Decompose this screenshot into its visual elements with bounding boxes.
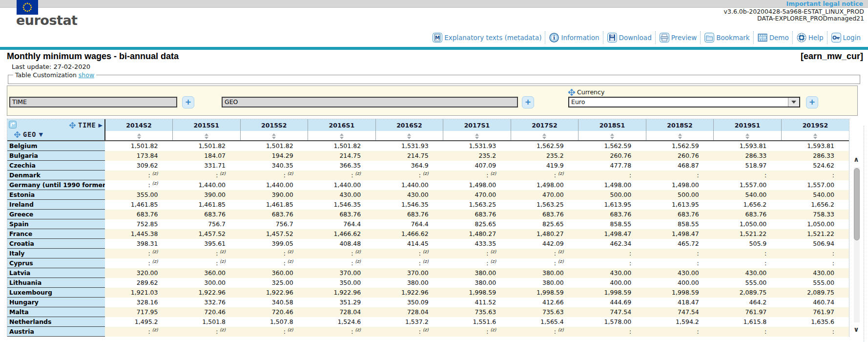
currency-select[interactable]: Euro	[568, 97, 800, 107]
data-cell: : (z)	[308, 258, 376, 268]
data-cell: 683.76	[105, 210, 173, 219]
move-icon[interactable]	[568, 89, 575, 96]
data-cell: 1,922.96	[173, 288, 241, 298]
demo-button[interactable]: Demo	[753, 31, 792, 44]
data-cell: 1,498.00	[511, 180, 579, 190]
sort-control-2015S2[interactable]	[240, 131, 308, 141]
table-row: Croatia398.31395.61399.05408.48414.45433…	[7, 239, 849, 249]
preview-button[interactable]: Preview	[655, 31, 701, 44]
data-cell: 2,089.75	[781, 288, 849, 298]
title-row: Monthly minimum wages - bi-annual data […	[0, 50, 868, 62]
column-header-row: TIME ▶ GEO ▼	[7, 119, 849, 131]
row-header: Spain	[7, 219, 105, 229]
select-dropdown-arrow-icon[interactable]	[788, 98, 799, 107]
column-header-2015S2[interactable]: 2015S2	[240, 119, 308, 131]
show-link[interactable]: show	[79, 71, 94, 79]
table-row: Cyprus: (z): (z): (z): (z): (z): (z): (z…	[7, 258, 849, 268]
sort-control-2016S1[interactable]	[308, 131, 376, 141]
geo-add-button[interactable]: +	[522, 96, 534, 108]
data-cell: 360.00	[173, 268, 241, 278]
data-cell: 430.00	[714, 268, 782, 278]
scroll-down-arrow[interactable]: ∨	[851, 325, 861, 333]
not-applicable-flag: (z)	[288, 327, 293, 332]
data-cell: 390.00	[173, 190, 241, 200]
data-cell: : (z)	[443, 171, 511, 180]
column-header-2016S2[interactable]: 2016S2	[375, 119, 443, 131]
column-header-2016S1[interactable]: 2016S1	[308, 119, 376, 131]
data-cell: : (z)	[375, 327, 443, 337]
data-cell: 683.76	[579, 210, 646, 219]
geo-axis-header[interactable]: GEO ▼	[7, 129, 104, 138]
chevron-right-icon[interactable]: ▶	[99, 122, 103, 128]
sort-control-2014S2[interactable]	[105, 131, 173, 141]
data-cell: 1,562.59	[579, 141, 646, 151]
data-cell: 756.7	[240, 219, 308, 229]
time-axis-header[interactable]: TIME ▶	[7, 119, 104, 129]
data-cell: : (z)	[240, 249, 308, 258]
data-cell: 1,457.52	[173, 229, 241, 239]
scrollbar-thumb[interactable]	[854, 168, 860, 240]
chevron-down-icon[interactable]: ▼	[39, 131, 42, 138]
move-icon[interactable]	[69, 122, 76, 128]
data-cell: 1,593.81	[714, 141, 782, 151]
row-header: Malta	[7, 307, 105, 317]
data-cell: 1,501.82	[308, 141, 376, 151]
column-header-2015S1[interactable]: 2015S1	[173, 119, 241, 131]
data-cell: 506.94	[781, 239, 849, 249]
column-header-2014S2[interactable]: 2014S2	[105, 119, 173, 131]
legal-notice-link[interactable]: Important legal notice	[786, 0, 863, 7]
data-cell: 1,998.59	[646, 288, 714, 298]
move-icon[interactable]	[14, 131, 21, 138]
data-cell: 1,998.59	[511, 288, 579, 298]
sort-control-2018S1[interactable]	[579, 131, 646, 141]
row-header: France	[7, 229, 105, 239]
table-row: Lithuania289.62300.00325.00350.00380.003…	[7, 278, 849, 288]
not-applicable-flag: (z)	[423, 259, 429, 264]
sort-control-2019S2[interactable]	[781, 131, 849, 141]
sort-control-2019S1[interactable]	[714, 131, 782, 141]
sort-control-2017S2[interactable]	[511, 131, 579, 141]
data-cell: 1,557.00	[781, 180, 849, 190]
data-cell: 214.75	[308, 151, 376, 161]
column-header-2018S1[interactable]: 2018S1	[579, 119, 646, 131]
time-add-button[interactable]: +	[182, 96, 194, 108]
column-header-2017S1[interactable]: 2017S1	[443, 119, 511, 131]
column-header-2018S2[interactable]: 2018S2	[646, 119, 714, 131]
data-cell: 1,521.22	[781, 229, 849, 239]
explanatory-texts-button[interactable]: M Explanatory texts (metadata)	[429, 31, 545, 44]
login-button[interactable]: Login	[827, 31, 864, 44]
not-applicable-flag: (z)	[490, 259, 496, 264]
column-header-2017S2[interactable]: 2017S2	[511, 119, 579, 131]
demo-icon	[757, 32, 768, 43]
pivot-axes-icon[interactable]	[9, 121, 17, 128]
data-cell: :	[579, 327, 646, 337]
geo-dimension-box[interactable]: GEO	[222, 97, 518, 107]
scroll-up-arrow[interactable]: ∧	[851, 155, 861, 163]
data-cell: 1,501.8	[173, 317, 241, 327]
sort-control-2018S2[interactable]	[646, 131, 714, 141]
data-cell: 1,501.82	[240, 141, 308, 151]
data-cell: 380.00	[443, 278, 511, 288]
column-header-2019S1[interactable]: 2019S1	[714, 119, 782, 131]
data-cell: 1,445.38	[105, 229, 173, 239]
help-button[interactable]: Help	[792, 31, 827, 44]
sort-control-2017S1[interactable]	[443, 131, 511, 141]
currency-add-button[interactable]: +	[806, 96, 818, 108]
time-dimension-box[interactable]: TIME	[9, 97, 177, 107]
data-cell: 418.47	[646, 298, 714, 307]
data-cell: 728.04	[375, 307, 443, 317]
data-cell: 1,656.2	[714, 200, 782, 210]
column-header-2019S2[interactable]: 2019S2	[781, 119, 849, 131]
table-row: Czechia309.62331.71340.35366.35364.9407.…	[7, 161, 849, 171]
sort-control-2015S1[interactable]	[173, 131, 241, 141]
sort-control-2016S2[interactable]	[375, 131, 443, 141]
data-cell: 1,594.2	[646, 317, 714, 327]
data-cell: 412.66	[511, 298, 579, 307]
information-button[interactable]: i Information	[545, 31, 602, 44]
table-row: Spain752.85756.7756.7764.4764.4825.65825…	[7, 219, 849, 229]
data-cell: : (z)	[443, 327, 511, 337]
version-line2: DATA-EXPLORER_PRODmanaged21	[724, 15, 864, 22]
download-button[interactable]: Download	[603, 31, 655, 44]
bookmark-button[interactable]: Bookmark	[700, 31, 753, 44]
data-cell: 1,507.8	[240, 317, 308, 327]
